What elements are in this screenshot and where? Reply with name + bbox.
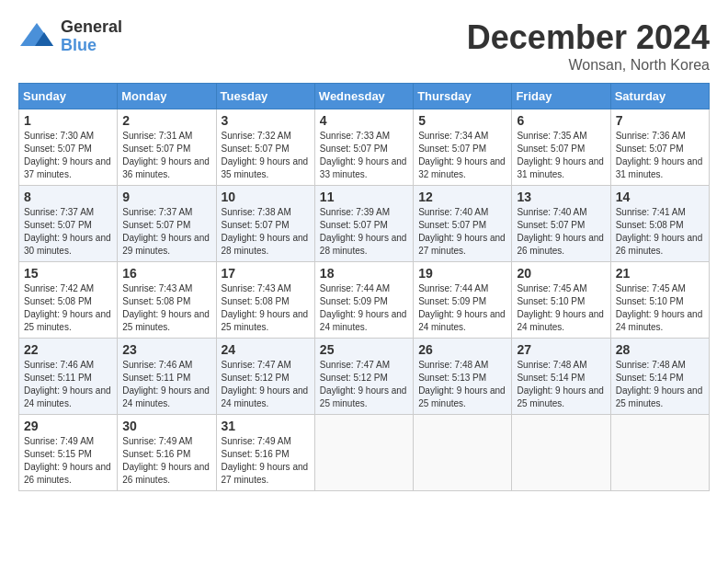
day-info: Sunrise: 7:40 AM Sunset: 5:07 PM Dayligh… [517, 206, 605, 258]
day-number: 8 [24, 190, 112, 204]
calendar-cell: 6Sunrise: 7:35 AM Sunset: 5:07 PM Daylig… [512, 109, 610, 186]
calendar-cell: 15Sunrise: 7:42 AM Sunset: 5:08 PM Dayli… [19, 262, 118, 339]
calendar-cell: 24Sunrise: 7:47 AM Sunset: 5:12 PM Dayli… [216, 339, 314, 415]
title-section: December 2024 Wonsan, North Korea [467, 18, 710, 74]
day-number: 10 [222, 190, 310, 204]
calendar-cell: 8Sunrise: 7:37 AM Sunset: 5:07 PM Daylig… [19, 186, 118, 262]
day-info: Sunrise: 7:41 AM Sunset: 5:08 PM Dayligh… [616, 206, 704, 258]
day-number: 4 [320, 113, 408, 128]
day-info: Sunrise: 7:33 AM Sunset: 5:07 PM Dayligh… [320, 130, 408, 181]
calendar-cell: 1Sunrise: 7:30 AM Sunset: 5:07 PM Daylig… [19, 109, 118, 186]
calendar-cell: 20Sunrise: 7:45 AM Sunset: 5:10 PM Dayli… [512, 262, 610, 339]
day-info: Sunrise: 7:31 AM Sunset: 5:07 PM Dayligh… [122, 130, 210, 181]
calendar-table: SundayMondayTuesdayWednesdayThursdayFrid… [18, 83, 710, 491]
month-year-title: December 2024 [467, 18, 710, 57]
calendar-cell [314, 415, 413, 491]
logo-general: General [61, 18, 122, 37]
calendar-cell [414, 415, 512, 491]
day-info: Sunrise: 7:47 AM Sunset: 5:12 PM Dayligh… [320, 359, 408, 410]
day-number: 13 [517, 190, 605, 204]
day-info: Sunrise: 7:46 AM Sunset: 5:11 PM Dayligh… [122, 359, 210, 410]
day-number: 7 [616, 113, 704, 128]
day-number: 3 [222, 113, 310, 128]
day-number: 15 [24, 266, 112, 281]
calendar-cell: 26Sunrise: 7:48 AM Sunset: 5:13 PM Dayli… [414, 339, 512, 415]
day-info: Sunrise: 7:46 AM Sunset: 5:11 PM Dayligh… [24, 359, 112, 410]
day-info: Sunrise: 7:34 AM Sunset: 5:07 PM Dayligh… [418, 130, 506, 181]
day-info: Sunrise: 7:32 AM Sunset: 5:07 PM Dayligh… [222, 130, 310, 181]
day-number: 23 [122, 342, 210, 357]
calendar-cell: 21Sunrise: 7:45 AM Sunset: 5:10 PM Dayli… [610, 262, 709, 339]
calendar-cell: 3Sunrise: 7:32 AM Sunset: 5:07 PM Daylig… [216, 109, 314, 186]
day-info: Sunrise: 7:36 AM Sunset: 5:07 PM Dayligh… [616, 130, 704, 181]
day-info: Sunrise: 7:47 AM Sunset: 5:12 PM Dayligh… [222, 359, 310, 410]
location-subtitle: Wonsan, North Korea [467, 57, 710, 74]
day-info: Sunrise: 7:43 AM Sunset: 5:08 PM Dayligh… [222, 282, 310, 334]
calendar-week-row: 8Sunrise: 7:37 AM Sunset: 5:07 PM Daylig… [19, 186, 710, 262]
day-info: Sunrise: 7:48 AM Sunset: 5:13 PM Dayligh… [418, 359, 506, 410]
logo-icon [18, 18, 55, 55]
calendar-cell: 29Sunrise: 7:49 AM Sunset: 5:15 PM Dayli… [19, 415, 118, 491]
calendar-cell: 17Sunrise: 7:43 AM Sunset: 5:08 PM Dayli… [216, 262, 314, 339]
day-number: 9 [122, 190, 210, 204]
day-info: Sunrise: 7:30 AM Sunset: 5:07 PM Dayligh… [24, 130, 112, 181]
day-info: Sunrise: 7:38 AM Sunset: 5:07 PM Dayligh… [222, 206, 310, 258]
calendar-cell: 18Sunrise: 7:44 AM Sunset: 5:09 PM Dayli… [314, 262, 413, 339]
calendar-cell: 25Sunrise: 7:47 AM Sunset: 5:12 PM Dayli… [314, 339, 413, 415]
day-number: 22 [24, 342, 112, 357]
day-number: 29 [24, 419, 112, 433]
day-number: 28 [616, 342, 704, 357]
calendar-week-row: 1Sunrise: 7:30 AM Sunset: 5:07 PM Daylig… [19, 109, 710, 186]
calendar-cell: 14Sunrise: 7:41 AM Sunset: 5:08 PM Dayli… [610, 186, 709, 262]
day-number: 31 [222, 419, 310, 433]
calendar-header-saturday: Saturday [610, 84, 709, 109]
calendar-cell: 27Sunrise: 7:48 AM Sunset: 5:14 PM Dayli… [512, 339, 610, 415]
calendar-header-sunday: Sunday [19, 84, 118, 109]
day-number: 27 [517, 342, 605, 357]
calendar-header-friday: Friday [512, 84, 610, 109]
day-info: Sunrise: 7:49 AM Sunset: 5:16 PM Dayligh… [222, 435, 310, 487]
calendar-week-row: 29Sunrise: 7:49 AM Sunset: 5:15 PM Dayli… [19, 415, 710, 491]
calendar-cell: 9Sunrise: 7:37 AM Sunset: 5:07 PM Daylig… [118, 186, 216, 262]
day-info: Sunrise: 7:37 AM Sunset: 5:07 PM Dayligh… [24, 206, 112, 258]
calendar-header-thursday: Thursday [414, 84, 512, 109]
day-number: 17 [222, 266, 310, 281]
day-info: Sunrise: 7:44 AM Sunset: 5:09 PM Dayligh… [418, 282, 506, 334]
day-info: Sunrise: 7:37 AM Sunset: 5:07 PM Dayligh… [122, 206, 210, 258]
calendar-cell: 4Sunrise: 7:33 AM Sunset: 5:07 PM Daylig… [314, 109, 413, 186]
day-info: Sunrise: 7:49 AM Sunset: 5:15 PM Dayligh… [24, 435, 112, 487]
calendar-week-row: 15Sunrise: 7:42 AM Sunset: 5:08 PM Dayli… [19, 262, 710, 339]
calendar-cell [512, 415, 610, 491]
calendar-cell: 5Sunrise: 7:34 AM Sunset: 5:07 PM Daylig… [414, 109, 512, 186]
day-info: Sunrise: 7:35 AM Sunset: 5:07 PM Dayligh… [517, 130, 605, 181]
calendar-cell: 13Sunrise: 7:40 AM Sunset: 5:07 PM Dayli… [512, 186, 610, 262]
day-number: 12 [418, 190, 506, 204]
day-number: 5 [418, 113, 506, 128]
calendar-cell: 22Sunrise: 7:46 AM Sunset: 5:11 PM Dayli… [19, 339, 118, 415]
day-number: 30 [122, 419, 210, 433]
calendar-cell: 28Sunrise: 7:48 AM Sunset: 5:14 PM Dayli… [610, 339, 709, 415]
day-info: Sunrise: 7:43 AM Sunset: 5:08 PM Dayligh… [122, 282, 210, 334]
day-number: 21 [616, 266, 704, 281]
calendar-header-wednesday: Wednesday [314, 84, 413, 109]
header: General Blue December 2024 Wonsan, North… [18, 18, 710, 74]
calendar-cell [610, 415, 709, 491]
day-info: Sunrise: 7:49 AM Sunset: 5:16 PM Dayligh… [122, 435, 210, 487]
calendar-cell: 7Sunrise: 7:36 AM Sunset: 5:07 PM Daylig… [610, 109, 709, 186]
day-number: 26 [418, 342, 506, 357]
day-number: 20 [517, 266, 605, 281]
day-info: Sunrise: 7:39 AM Sunset: 5:07 PM Dayligh… [320, 206, 408, 258]
calendar-cell: 12Sunrise: 7:40 AM Sunset: 5:07 PM Dayli… [414, 186, 512, 262]
calendar-header-tuesday: Tuesday [216, 84, 314, 109]
calendar-cell: 10Sunrise: 7:38 AM Sunset: 5:07 PM Dayli… [216, 186, 314, 262]
logo: General Blue [18, 18, 122, 55]
calendar-cell: 19Sunrise: 7:44 AM Sunset: 5:09 PM Dayli… [414, 262, 512, 339]
logo-blue: Blue [61, 37, 122, 55]
day-info: Sunrise: 7:42 AM Sunset: 5:08 PM Dayligh… [24, 282, 112, 334]
day-number: 18 [320, 266, 408, 281]
day-info: Sunrise: 7:44 AM Sunset: 5:09 PM Dayligh… [320, 282, 408, 334]
calendar-cell: 2Sunrise: 7:31 AM Sunset: 5:07 PM Daylig… [118, 109, 216, 186]
day-number: 14 [616, 190, 704, 204]
day-number: 16 [122, 266, 210, 281]
calendar-cell: 30Sunrise: 7:49 AM Sunset: 5:16 PM Dayli… [118, 415, 216, 491]
